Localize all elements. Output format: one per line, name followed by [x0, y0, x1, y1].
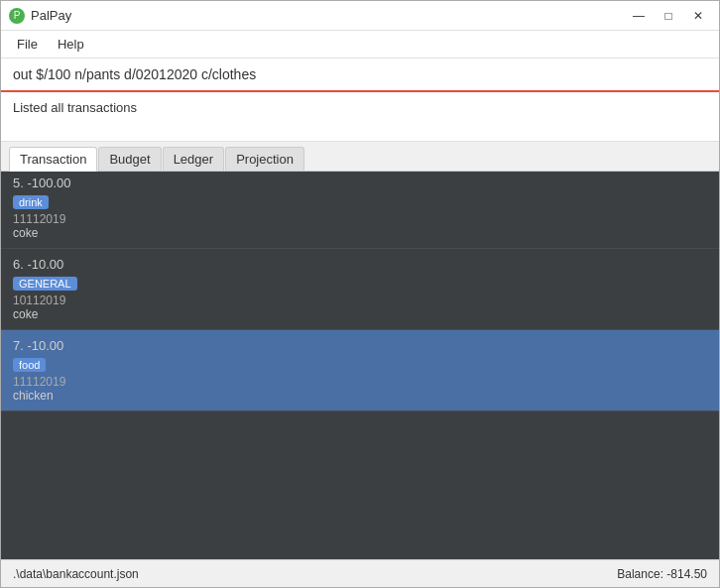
status-area: Listed all transactions [1, 92, 719, 142]
transaction-header: 5. -100.00 [13, 176, 707, 190]
transaction-badge: food [13, 358, 46, 372]
title-bar-left: P PalPay [9, 8, 71, 24]
transaction-amount: -10.00 [27, 257, 63, 272]
bottom-bar: .\data\bankaccount.json Balance: -814.50 [1, 559, 719, 587]
transaction-amount: -100.00 [27, 176, 70, 190]
transaction-id: 5. [13, 176, 24, 190]
transaction-badge: GENERAL [13, 277, 77, 291]
tabs-bar: Transaction Budget Ledger Projection [1, 142, 719, 172]
command-input[interactable] [13, 66, 707, 82]
transaction-date: 11112019 [13, 212, 707, 226]
transaction-date: 11112019 [13, 375, 707, 389]
transaction-description: coke [13, 307, 707, 321]
transaction-id: 7. [13, 338, 24, 353]
tab-projection[interactable]: Projection [225, 147, 304, 171]
status-text: Listed all transactions [13, 100, 137, 115]
balance-display: Balance: -814.50 [617, 567, 707, 581]
close-button[interactable]: ✕ [685, 6, 711, 26]
transaction-date: 10112019 [13, 294, 707, 307]
main-window: P PalPay — □ ✕ File Help Listed all tran… [0, 0, 720, 588]
tab-ledger[interactable]: Ledger [163, 147, 224, 171]
command-area [1, 59, 719, 92]
list-item[interactable]: 5. -100.00 drink 11112019 coke [1, 172, 719, 249]
app-icon: P [9, 8, 25, 24]
list-item[interactable]: 7. -10.00 food 11112019 chicken [1, 330, 719, 412]
minimize-button[interactable]: — [626, 6, 652, 26]
transaction-header: 6. -10.00 [13, 257, 707, 272]
transaction-badge: drink [13, 195, 49, 209]
maximize-button[interactable]: □ [656, 6, 681, 26]
file-path: .\data\bankaccount.json [13, 567, 139, 581]
transaction-id: 6. [13, 257, 24, 272]
menu-help[interactable]: Help [50, 35, 92, 54]
list-item[interactable]: 6. -10.00 GENERAL 10112019 coke [1, 249, 719, 330]
transaction-description: coke [13, 226, 707, 240]
menu-file[interactable]: File [9, 35, 46, 54]
transactions-list[interactable]: 5. -100.00 drink 11112019 coke 6. -10.00… [1, 172, 719, 559]
menu-bar: File Help [1, 31, 719, 59]
transaction-amount: -10.00 [27, 338, 63, 353]
window-title: PalPay [31, 8, 71, 23]
transaction-description: chicken [13, 389, 707, 403]
window-controls: — □ ✕ [626, 6, 711, 26]
content-area: 5. -100.00 drink 11112019 coke 6. -10.00… [1, 172, 719, 559]
transaction-header: 7. -10.00 [13, 338, 707, 353]
tab-transaction[interactable]: Transaction [9, 147, 97, 172]
tab-budget[interactable]: Budget [98, 147, 161, 171]
title-bar: P PalPay — □ ✕ [1, 1, 719, 31]
